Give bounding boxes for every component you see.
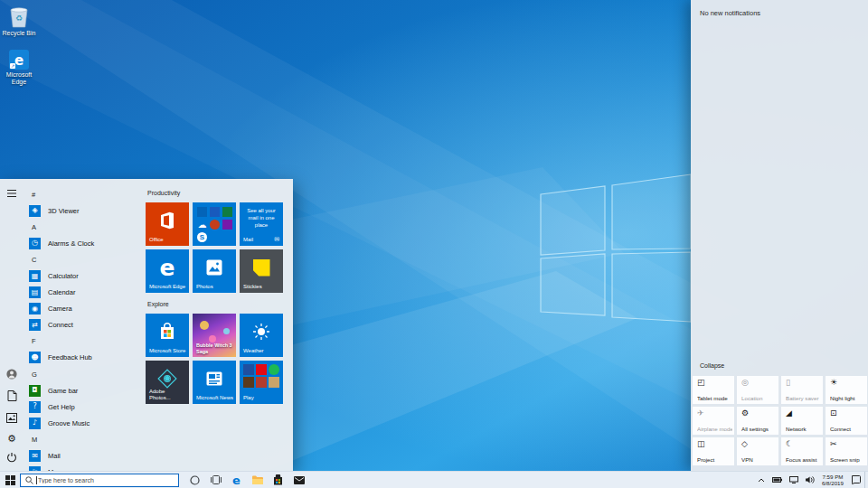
expand-start-menu-button[interactable] (0, 184, 24, 202)
start-menu: ⚙ #◈3D ViewerA◷Alarms & ClockC▦Calculato… (0, 179, 293, 471)
show-desktop-button[interactable] (864, 472, 868, 488)
search-box[interactable] (20, 474, 179, 487)
start-tile-office-apps-tile[interactable]: ☁S (193, 202, 236, 246)
app-list-item-maps[interactable]: ⚐Maps (29, 465, 145, 471)
tile-group-explore: ExploreMicrosoft StoreBubble Witch 3 Sag… (146, 301, 293, 404)
app-label: Game bar (48, 387, 78, 395)
start-tile-adobe-photos[interactable]: Adobe Photos... (146, 361, 189, 404)
game-bar-icon: ◘ (29, 385, 41, 397)
quick-action-screen-snip[interactable]: ✂Screen snip (826, 437, 867, 465)
app-list-item-get-help[interactable]: ?Get Help (29, 399, 145, 415)
action-center-button[interactable] (847, 472, 864, 488)
windows-logo-icon (5, 475, 15, 485)
svg-text:e: e (14, 52, 24, 69)
app-list-section-header-g[interactable]: G (29, 366, 145, 382)
app-list-section-header-f[interactable]: F (29, 333, 145, 350)
start-tile-microsoft-news[interactable]: Microsoft News (193, 361, 236, 404)
app-label: Connect (48, 321, 73, 329)
start-tile-microsoft-store[interactable]: Microsoft Store (146, 314, 189, 357)
start-tile-microsoft-edge[interactable]: eMicrosoft Edge (146, 249, 189, 293)
tile-label: Office (149, 237, 186, 243)
search-icon (25, 476, 33, 484)
section-label: M (29, 436, 37, 444)
section-label: A (29, 223, 36, 231)
start-tile-bubble-witch-3-saga[interactable]: Bubble Witch 3 Saga (193, 314, 236, 357)
app-list-item-calendar[interactable]: ▤Calendar (29, 285, 145, 301)
app-list-item-calculator[interactable]: ▦Calculator (29, 267, 145, 284)
quick-action-label: Airplane mode (697, 426, 732, 432)
app-list-item-camera[interactable]: ◉Camera (29, 301, 145, 317)
3d-viewer-icon: ◈ (29, 205, 41, 217)
app-list-section-header-m[interactable]: M (29, 431, 145, 447)
tile-grid: Microsoft StoreBubble Witch 3 SagaWeathe… (146, 314, 293, 404)
search-input[interactable] (38, 477, 178, 483)
app-list-item-feedback-hub[interactable]: ☻Feedback Hub (29, 350, 145, 366)
quick-action-vpn[interactable]: ◇VPN (737, 437, 778, 465)
quick-action-location[interactable]: ◎Location (737, 376, 778, 404)
documents-button[interactable] (0, 387, 24, 405)
section-label: F (29, 337, 36, 345)
start-tile-play[interactable]: Play (240, 361, 283, 404)
battery-tray-button[interactable] (769, 472, 786, 488)
app-list-item-groove-music[interactable]: ♪Groove Music (29, 415, 145, 431)
app-list-section-header-a[interactable]: A (29, 219, 145, 235)
quick-action-connect[interactable]: ⊡Connect (826, 407, 867, 435)
start-tile-stickies[interactable]: Stickies (240, 249, 283, 293)
tablet-mode-icon: ◰ (697, 379, 705, 387)
action-center-icon (851, 475, 861, 484)
quick-action-tablet-mode[interactable]: ◰Tablet mode (693, 376, 734, 404)
desktop-icon-recycle-bin[interactable]: ♻ Recycle Bin (0, 5, 40, 37)
start-tile-weather[interactable]: Weather (240, 314, 283, 357)
start-tile-office[interactable]: Office (146, 202, 189, 246)
app-list-item-game-bar[interactable]: ◘Game bar (29, 382, 145, 399)
edge-taskbar-button[interactable]: e (226, 472, 247, 488)
cortana-icon (190, 475, 200, 485)
task-view-button[interactable] (205, 472, 226, 488)
quick-action-all-settings[interactable]: ⚙All settings (737, 407, 778, 435)
desktop-icon-label: Recycle Bin (3, 30, 36, 37)
start-button[interactable] (0, 472, 20, 488)
app-label: Alarms & Clock (48, 239, 94, 248)
pictures-button[interactable] (0, 408, 24, 427)
app-list-item-alarms-clock[interactable]: ◷Alarms & Clock (29, 235, 145, 251)
network-tray-button[interactable] (786, 472, 802, 488)
hidden-icons-button[interactable] (754, 472, 769, 488)
mail-icon: ✉ (29, 450, 41, 462)
collapse-button[interactable]: Collapse (700, 362, 724, 369)
app-list-section-header-c[interactable]: C (29, 251, 145, 267)
app-list-item-3d-viewer[interactable]: ◈3D Viewer (29, 202, 145, 219)
quick-action-label: Tablet mode (697, 395, 732, 401)
all-settings-icon: ⚙ (741, 409, 749, 418)
app-list-section-header-[interactable]: # (29, 186, 145, 202)
airplane-mode-icon: ✈ (697, 409, 704, 418)
volume-icon (806, 476, 815, 483)
settings-button[interactable]: ⚙ (0, 429, 24, 447)
file-explorer-button[interactable] (247, 472, 268, 488)
tile-group-title: Productivity (147, 190, 293, 196)
user-account-button[interactable] (0, 365, 24, 383)
alarms-clock-icon: ◷ (29, 238, 41, 249)
quick-action-label: Battery saver (786, 395, 821, 401)
taskbar-clock[interactable]: 7:59 PM 6/8/2019 (818, 472, 847, 488)
section-label: C (29, 256, 36, 264)
quick-action-focus-assist[interactable]: ☾Focus assist (781, 437, 823, 465)
quick-action-network[interactable]: ◢Network (781, 407, 823, 435)
connect-quick-icon: ⊡ (830, 409, 837, 418)
quick-action-night-light[interactable]: ☀Night light (826, 376, 867, 404)
volume-tray-button[interactable] (802, 472, 818, 488)
app-list-item-connect[interactable]: ⇄Connect (29, 317, 145, 333)
power-button[interactable] (0, 448, 24, 466)
start-tile-photos[interactable]: Photos (193, 249, 236, 293)
quick-action-airplane-mode[interactable]: ✈Airplane mode (693, 407, 734, 435)
store-taskbar-button[interactable] (268, 472, 288, 488)
cortana-button[interactable] (184, 472, 205, 488)
task-view-icon (211, 475, 222, 484)
desktop-icon-microsoft-edge[interactable]: e ↗ Microsoft Edge (0, 50, 40, 86)
quick-action-battery-saver[interactable]: ▯Battery saver (781, 376, 823, 404)
start-tile-mail[interactable]: See all your mail in one placeMail✉ (240, 202, 283, 246)
quick-action-label: VPN (741, 456, 777, 463)
mail-taskbar-button[interactable] (288, 472, 309, 488)
quick-action-project[interactable]: ◫Project (693, 437, 734, 465)
night-light-icon: ☀ (830, 379, 837, 387)
app-list-item-mail[interactable]: ✉Mail (29, 448, 145, 465)
